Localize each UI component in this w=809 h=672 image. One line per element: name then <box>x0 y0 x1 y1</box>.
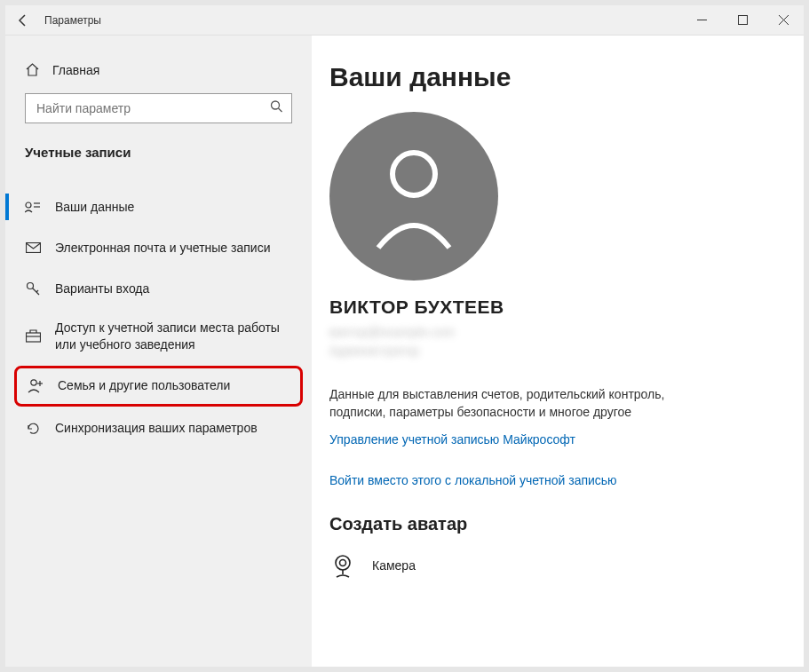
sidebar-item-label: Ваши данные <box>55 199 134 216</box>
user-email: виктор@example.com <box>329 323 786 342</box>
sync-icon <box>25 421 41 436</box>
sidebar-item-label: Синхронизация ваших параметров <box>55 420 258 437</box>
svg-line-9 <box>32 288 39 295</box>
account-description: Данные для выставления счетов, родительс… <box>329 385 702 422</box>
badge-icon <box>25 201 41 213</box>
main-content: Ваши данные ВИКТОР БУХТЕЕВ виктор@exampl… <box>312 36 804 667</box>
key-icon <box>25 281 41 296</box>
svg-point-18 <box>340 559 346 565</box>
camera-icon <box>329 552 356 579</box>
mail-icon <box>25 242 41 253</box>
arrow-left-icon <box>16 13 30 28</box>
sidebar-item-label: Доступ к учетной записи места работы или… <box>55 320 292 353</box>
minimize-button[interactable] <box>681 5 722 35</box>
svg-point-4 <box>26 202 31 208</box>
sidebar-item-sync[interactable]: Синхронизация ваших параметров <box>5 408 312 449</box>
svg-line-10 <box>36 290 38 292</box>
local-account-link[interactable]: Войти вместо этого с локальной учетной з… <box>329 473 786 487</box>
sidebar-item-work[interactable]: Доступ к учетной записи места работы или… <box>5 309 312 364</box>
person-icon <box>365 143 463 249</box>
close-button[interactable] <box>763 5 804 35</box>
close-icon <box>779 15 789 25</box>
sidebar-item-signin[interactable]: Варианты входа <box>5 268 312 309</box>
svg-point-8 <box>27 282 33 289</box>
sidebar-item-your-info[interactable]: Ваши данные <box>5 186 312 227</box>
sidebar-item-label: Варианты входа <box>55 281 149 297</box>
avatar-section-title: Создать аватар <box>329 514 786 534</box>
user-role: Администратор <box>329 342 786 360</box>
sidebar-item-label: Электронная почта и учетные записи <box>55 240 270 257</box>
svg-rect-1 <box>738 16 747 25</box>
svg-line-3 <box>279 108 282 112</box>
sidebar: Главная Учетные записи Ваши данные Элект… <box>5 36 312 667</box>
maximize-icon <box>738 15 748 25</box>
sidebar-section: Учетные записи <box>5 145 312 160</box>
avatar <box>329 112 498 281</box>
manage-account-link[interactable]: Управление учетной записью Майкрософт <box>329 432 786 447</box>
page-title: Ваши данные <box>329 62 786 92</box>
sidebar-item-email[interactable]: Электронная почта и учетные записи <box>5 227 312 268</box>
camera-option[interactable]: Камера <box>329 552 786 579</box>
home-icon <box>25 62 40 77</box>
camera-label: Камера <box>372 558 416 573</box>
search-icon <box>270 100 283 117</box>
titlebar: Параметры <box>5 5 804 36</box>
sidebar-item-label: Семья и другие пользователи <box>58 377 230 394</box>
briefcase-icon <box>25 329 41 343</box>
sidebar-item-family[interactable]: Семья и другие пользователи <box>14 366 303 407</box>
person-add-icon <box>28 378 44 393</box>
search-input[interactable] <box>25 93 292 123</box>
svg-point-17 <box>336 556 350 570</box>
home-link[interactable]: Главная <box>5 62 312 77</box>
maximize-button[interactable] <box>722 5 763 35</box>
minimize-icon <box>697 15 707 25</box>
username: ВИКТОР БУХТЕЕВ <box>329 296 786 318</box>
svg-rect-11 <box>26 333 40 342</box>
back-button[interactable] <box>5 5 41 35</box>
svg-point-13 <box>31 380 36 385</box>
window-controls <box>681 5 804 35</box>
svg-point-16 <box>393 153 435 195</box>
search-wrap <box>25 93 292 123</box>
window-title: Параметры <box>41 14 101 27</box>
home-label: Главная <box>52 63 99 77</box>
svg-point-2 <box>272 101 280 109</box>
